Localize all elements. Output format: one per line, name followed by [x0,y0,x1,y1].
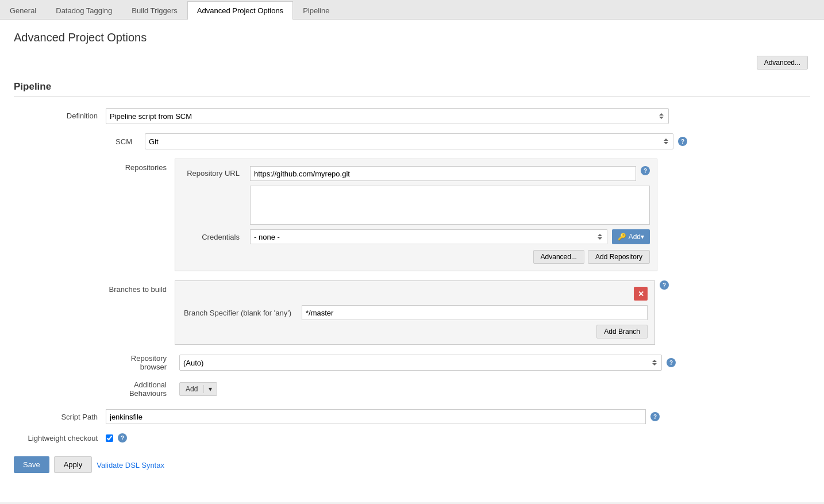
repo-url-help-icon[interactable]: ? [641,166,650,175]
tab-datadog-tagging[interactable]: Datadog Tagging [46,1,122,20]
scm-row: SCM Git None ? [106,133,810,149]
additional-behaviours-label: Additional Behaviours [106,380,175,398]
scm-select[interactable]: Git None [145,133,673,149]
pipeline-section-title: Pipeline [14,81,810,97]
repo-browser-label: Repository browser [106,354,175,371]
definition-select[interactable]: Pipeline script from SCM Pipeline script [106,108,669,124]
lightweight-checkout-row: Lightweight checkout ? [14,433,810,443]
lightweight-checkout-checkbox[interactable] [106,434,113,442]
credentials-label: Credentials [182,233,245,241]
add-credentials-button[interactable]: 🔑 Add▾ [612,229,650,244]
repositories-row: Repositories Repository URL ? Credential… [106,159,810,271]
tab-pipeline[interactable]: Pipeline [293,1,339,20]
page-content: Advanced Project Options Advanced... Pip… [0,20,824,502]
branches-box: ✕ Branch Specifier (blank for 'any') Add… [175,280,655,345]
branch-buttons-row: Add Branch [182,325,648,338]
tabs-bar: GeneralDatadog TaggingBuild TriggersAdva… [0,0,824,20]
add-repository-button[interactable]: Add Repository [588,250,650,264]
add-behaviour-arrow: ▾ [204,385,217,393]
bottom-buttons: Save Apply Validate DSL Syntax [14,456,810,484]
tab-general[interactable]: General [0,1,46,20]
branches-label: Branches to build [106,280,175,294]
validate-syntax-link[interactable]: Validate DSL Syntax [97,456,164,473]
repo-url-textarea-row [182,186,650,225]
branches-help-icon[interactable]: ? [660,280,669,290]
repo-browser-select[interactable]: (Auto) [179,355,662,371]
add-credentials-label: Add▾ [629,233,644,241]
branch-delete-row: ✕ [182,287,648,301]
script-path-row: Script Path ? [14,409,810,424]
add-behaviour-label: Add [180,385,204,393]
repo-browser-row: Repository browser (Auto) ? [106,354,810,371]
branch-specifier-row: Branch Specifier (blank for 'any') [182,305,648,320]
branches-row: Branches to build ✕ Branch Specifier (bl… [106,280,810,345]
additional-behaviours-row: Additional Behaviours Add ▾ [106,380,810,398]
credentials-row: Credentials - none - 🔑 Add▾ [182,229,650,244]
definition-row: Definition Pipeline script from SCM Pipe… [14,108,810,124]
script-path-help-icon[interactable]: ? [650,412,660,421]
delete-branch-button[interactable]: ✕ [634,287,648,301]
scm-help-icon[interactable]: ? [678,137,687,146]
add-branch-button[interactable]: Add Branch [596,325,648,338]
script-path-input[interactable] [106,409,646,424]
repo-url-textarea-spacer [182,186,245,188]
definition-control: Pipeline script from SCM Pipeline script [106,108,669,124]
repo-browser-help-icon[interactable]: ? [667,358,676,367]
advanced-repo-button[interactable]: Advanced... [533,250,584,264]
scm-select-wrap: Git None [145,133,673,149]
key-icon: 🔑 [618,233,626,241]
repo-url-input[interactable] [250,166,636,181]
repo-buttons-row: Advanced... Add Repository [182,250,650,264]
script-path-label: Script Path [14,413,106,421]
scm-label: SCM [106,137,140,146]
top-advanced-button[interactable]: Advanced... [757,56,808,70]
tab-build-triggers[interactable]: Build Triggers [122,1,187,20]
branch-specifier-input[interactable] [302,305,648,320]
save-button[interactable]: Save [14,456,49,473]
repositories-box: Repository URL ? Credentials - none - [175,159,657,271]
definition-label: Definition [14,108,106,120]
top-advanced-row: Advanced... [14,56,810,70]
apply-button[interactable]: Apply [54,456,93,473]
lightweight-checkout-label: Lightweight checkout [14,434,106,443]
repositories-label: Repositories [106,159,175,172]
page-title: Advanced Project Options [14,31,810,44]
add-behaviour-button[interactable]: Add ▾ [179,382,217,396]
credentials-select[interactable]: - none - [250,229,607,244]
lightweight-checkout-help-icon[interactable]: ? [118,433,127,443]
tab-advanced-project-options[interactable]: Advanced Project Options [187,1,293,20]
repo-url-row: Repository URL ? [182,166,650,181]
repo-url-label: Repository URL [182,166,245,178]
branch-specifier-label: Branch Specifier (blank for 'any') [182,309,297,317]
repo-url-textarea[interactable] [250,186,650,225]
